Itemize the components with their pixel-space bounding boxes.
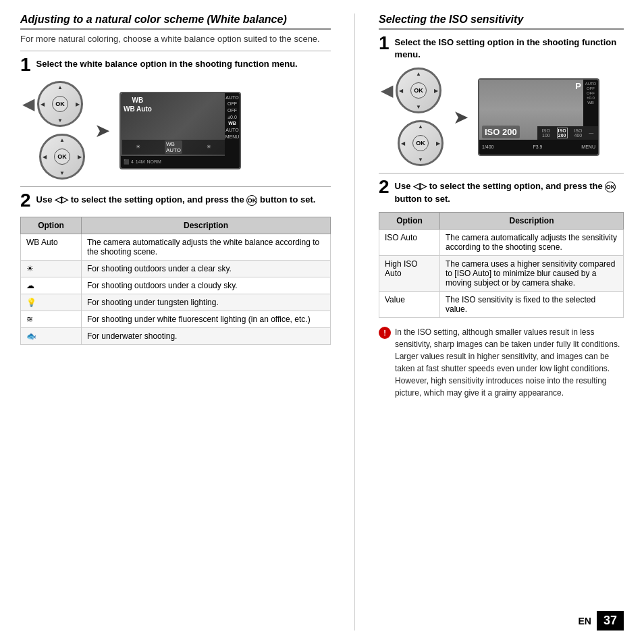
iso-ok-button-bottom: ◀ ▶ ▲ ▼ OK xyxy=(398,120,444,166)
column-divider xyxy=(354,14,355,630)
iso-table-row: ISO AutoThe camera automatically adjusts… xyxy=(379,229,624,255)
note-text: In the ISO setting, although smaller val… xyxy=(395,326,624,399)
iso-side-item-2: OFF xyxy=(587,86,595,90)
wb-option-cell: ☁ xyxy=(21,277,82,294)
wb-table: Option Description WB AutoThe camera aut… xyxy=(20,217,331,345)
wb-side-item-6: AUTO xyxy=(225,128,238,133)
iso-note-box: ! In the ISO setting, although smaller v… xyxy=(379,326,624,399)
right-step2-number: 2 xyxy=(379,178,390,196)
left-arrow-icon: ◀ xyxy=(22,95,34,113)
iso-desc-cell: The ISO sensitivity is fixed to the sele… xyxy=(440,291,624,317)
iso-top-button-area: ◀ ◀ ▶ ▲ ▼ OK xyxy=(381,68,441,113)
wb-table-row: 🐟For underwater shooting. xyxy=(21,328,331,345)
right-step1-number: 1 xyxy=(379,34,390,53)
wb-table-row: WB AutoThe camera automatically adjusts … xyxy=(21,234,331,261)
ok-circle-icon: OK xyxy=(246,195,257,206)
iso-opt-100: ISO100 xyxy=(542,128,550,138)
iso-ok-circle-icon: OK xyxy=(605,182,616,192)
arrow-between-icon: ➤ xyxy=(95,119,110,142)
wb-bottom-text1: ⬛ 4 xyxy=(124,159,134,165)
lang-label: EN xyxy=(573,613,597,629)
right-column: Selecting the ISO sensitivity 1 Select t… xyxy=(379,14,624,630)
iso-options-row: ISO100 ISO200 ISO400 — xyxy=(537,126,598,140)
iso-bottom-bar: 1/400 F3.9 MENU xyxy=(479,140,598,155)
left-step1-number: 1 xyxy=(20,55,31,74)
wb-option-cell: 💡 xyxy=(21,294,82,311)
wb-option-cell: WB Auto xyxy=(21,234,82,261)
right-step2-header: 2 Use ◁▷ to select the setting option, a… xyxy=(379,180,624,205)
wb-top-button-area: ◀ ◀ ▶ ▲ ▼ OK xyxy=(22,81,83,127)
wb-table-row: ☁For shooting outdoors under a cloudy sk… xyxy=(21,277,331,294)
iso-side-item-1: AUTO xyxy=(585,82,597,86)
wb-desc-cell: For shooting outdoors under a cloudy sky… xyxy=(82,277,331,294)
right-step2-text-main: Use ◁▷ to select the setting option, and… xyxy=(395,181,603,191)
wb-table-row: ☀For shooting outdoors under a clear sky… xyxy=(21,261,331,277)
left-step1-header: 1 Select the white balance option in the… xyxy=(20,58,331,74)
right-step2-text: Use ◁▷ to select the setting option, and… xyxy=(395,180,624,205)
iso-desc-cell: The camera automatically adjusts the sen… xyxy=(440,229,624,255)
left-section-subtitle: For more natural coloring, choose a whit… xyxy=(20,34,331,44)
right-step1-text: Select the ISO setting option in the sho… xyxy=(395,36,624,61)
iso-bottom-button-area: ◀ ▶ ▲ ▼ OK xyxy=(379,120,444,166)
iso-display: ISO 200 xyxy=(482,126,520,138)
iso-left-arrow-icon: ◀ xyxy=(381,81,393,100)
wb-label2: WB Auto xyxy=(124,105,152,113)
iso-arrow-between-icon: ➤ xyxy=(453,106,468,128)
wb-icon-wb: WBAUTO xyxy=(165,140,182,154)
wb-buttons-group: ◀ ◀ ▶ ▲ ▼ OK xyxy=(20,81,85,180)
nav-down-icon2: ▼ xyxy=(59,170,65,176)
iso-nav-up-icon2: ▲ xyxy=(418,124,423,130)
wb-desc-cell: For underwater shooting. xyxy=(82,328,331,345)
wb-label-area: WB WB Auto xyxy=(124,96,152,113)
right-section-title: Selecting the ISO sensitivity xyxy=(379,14,624,30)
wb-option-cell: 🐟 xyxy=(21,328,82,345)
wb-desc-cell: For shooting under white fluorescent lig… xyxy=(82,311,331,328)
wb-side-item-1: AUTO xyxy=(225,95,238,101)
iso-menu: MENU xyxy=(581,144,595,149)
iso-table-header-option: Option xyxy=(379,212,440,229)
nav-up-icon2: ▲ xyxy=(59,137,65,143)
wb-ok-button-top: ◀ ▶ ▲ ▼ OK xyxy=(37,81,83,127)
iso-option-cell: ISO Auto xyxy=(379,229,440,255)
iso-table-header-desc: Description xyxy=(440,212,624,229)
wb-ok-button-bottom: ◀ ▶ ▲ ▼ OK xyxy=(39,134,85,180)
wb-desc-cell: For shooting outdoors under a clear sky. xyxy=(82,261,331,277)
iso-opt-menu: — xyxy=(589,130,593,135)
wb-table-row: 💡For shooting under tungsten lighting. xyxy=(21,294,331,311)
wb-icons-row: ☀ WBAUTO ✳ xyxy=(122,140,225,155)
wb-label1: WB xyxy=(124,96,152,105)
iso-nav-up-icon: ▲ xyxy=(416,71,421,77)
wb-table-header-desc: Description xyxy=(82,217,331,234)
page-number: 37 xyxy=(597,611,624,630)
wb-camera-screen: P WB WB Auto AUTO OFF OFF ±0.0 WB AUTO xyxy=(119,92,241,169)
iso-desc-cell: The camera uses a higher sensitivity com… xyxy=(440,255,624,291)
wb-side-item-4: ±0.0 xyxy=(227,115,237,120)
divider-1 xyxy=(20,51,331,51)
wb-desc-cell: The camera automatically adjusts the whi… xyxy=(82,234,331,261)
nav-down-icon: ▼ xyxy=(57,117,63,124)
right-step2-text2: button to set. xyxy=(395,194,450,204)
iso-camera-illustration: ◀ ◀ ▶ ▲ ▼ OK xyxy=(379,68,624,166)
iso-p-indicator: P xyxy=(575,81,581,91)
iso-table-row: ValueThe ISO sensitivity is fixed to the… xyxy=(379,291,624,317)
iso-shutter: 1/400 xyxy=(482,144,494,149)
iso-table-row: High ISO AutoThe camera uses a higher se… xyxy=(379,255,624,291)
wb-bottom-bar: ⬛ 4 14M NORM xyxy=(121,156,225,168)
iso-option-cell: High ISO Auto xyxy=(379,255,440,291)
iso-buttons-group: ◀ ◀ ▶ ▲ ▼ OK xyxy=(379,68,444,166)
wb-option-cell: ☀ xyxy=(21,261,82,277)
left-step2-header: 2 Use ◁▷ to select the setting option, a… xyxy=(20,194,331,210)
wb-ok-center: OK xyxy=(52,96,68,112)
iso-divider xyxy=(379,173,624,173)
iso-option-cell: Value xyxy=(379,291,440,317)
iso-opt-400: ISO400 xyxy=(574,128,582,138)
page-number-area: EN 37 xyxy=(573,611,624,630)
page-container: Adjusting to a natural color scheme (Whi… xyxy=(0,0,644,644)
right-step1-header: 1 Select the ISO setting option in the s… xyxy=(379,36,624,61)
wb-bottom-button-area: ◀ ▶ ▲ ▼ OK xyxy=(20,134,85,180)
iso-side-item-5: WB xyxy=(587,101,594,105)
wb-ok-center2: OK xyxy=(54,149,70,165)
wb-table-row: ≋For shooting under white fluorescent li… xyxy=(21,311,331,328)
iso-camera-screen: P AUTO OFF OFF ±0.0 WB ISO 200 ISO100 IS xyxy=(478,78,599,156)
wb-icon-sun: ☀ xyxy=(136,144,140,150)
